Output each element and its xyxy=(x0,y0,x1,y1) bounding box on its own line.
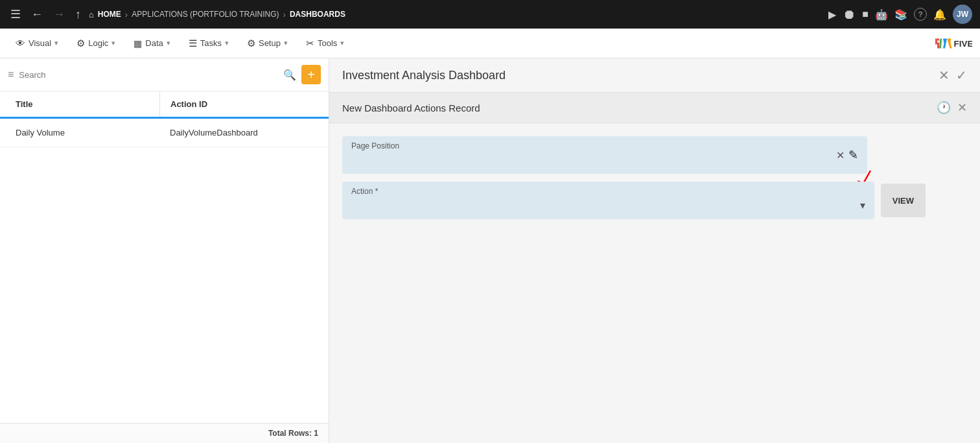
home-icon[interactable]: ⌂ xyxy=(89,10,94,19)
visual-label: Visual xyxy=(29,38,51,48)
action-dropdown-icon[interactable]: ▾ xyxy=(860,199,865,211)
action-label: Action * xyxy=(351,187,378,196)
table-header: Title Action ID xyxy=(0,91,329,119)
cell-action-id: DailyVolumeDashboard xyxy=(159,119,318,147)
action-field: Action * ▾ xyxy=(342,182,874,219)
page-position-label: Page Position xyxy=(351,141,399,150)
second-navigation: 👁 Visual ▾ ⚙ Logic ▾ ▦ Data ▾ ☰ Tasks ▾ … xyxy=(0,29,980,58)
top-nav-right-icons: ▶ ⏺ ■ 🤖 📚 ? 🔔 JW xyxy=(828,5,972,24)
search-icon[interactable]: 🔍 xyxy=(283,69,296,81)
tasks-chevron: ▾ xyxy=(225,39,229,47)
view-button[interactable]: VIEW xyxy=(881,184,926,217)
play-icon[interactable]: ▶ xyxy=(828,8,836,21)
tasks-icon: ☰ xyxy=(189,38,197,49)
breadcrumb-sep-2: › xyxy=(283,10,286,19)
logic-icon: ⚙ xyxy=(76,38,85,49)
main-content: ≡ 🔍 + Title Action ID Daily Volume Daily… xyxy=(0,58,980,443)
table-footer: Total Rows: 1 xyxy=(0,423,329,443)
home-label[interactable]: HOME xyxy=(98,10,121,19)
page-position-input[interactable] xyxy=(351,144,836,166)
close-panel-icon[interactable]: ✕ xyxy=(939,67,950,83)
svg-marker-2 xyxy=(943,38,947,48)
record-icon[interactable]: ⏺ xyxy=(843,7,856,22)
top-navigation: ☰ ← → ↑ ⌂ HOME › APPLICATIONS (PORTFOLIO… xyxy=(0,0,980,29)
user-avatar[interactable]: JW xyxy=(953,5,972,24)
tools-label: Tools xyxy=(318,38,337,48)
left-panel: ≡ 🔍 + Title Action ID Daily Volume Daily… xyxy=(0,58,329,443)
page-position-edit-icon[interactable]: ✎ xyxy=(848,148,858,162)
sub-panel-header-actions: 🕐 ✕ xyxy=(937,101,967,115)
upload-icon[interactable]: ↑ xyxy=(73,5,84,24)
column-action-id: Action ID xyxy=(159,91,318,117)
nav-tasks[interactable]: ☰ Tasks ▾ xyxy=(181,34,237,53)
add-button[interactable]: + xyxy=(301,65,321,84)
stop-icon[interactable]: ■ xyxy=(862,8,869,20)
right-panel: Investment Analysis Dashboard ✕ ✓ New Da… xyxy=(329,58,980,443)
table-row[interactable]: Daily Volume DailyVolumeDashboard xyxy=(0,119,329,147)
nav-visual[interactable]: 👁 Visual ▾ xyxy=(8,34,66,53)
help-icon[interactable]: ? xyxy=(914,8,927,21)
search-input[interactable] xyxy=(19,70,278,80)
tasks-label: Tasks xyxy=(200,38,222,48)
form-area: Page Position ✕ ✎ Action * ▾ xyxy=(329,123,980,232)
data-label: Data xyxy=(145,38,163,48)
logic-label: Logic xyxy=(88,38,108,48)
svg-marker-0 xyxy=(935,38,939,48)
clock-icon[interactable]: 🕐 xyxy=(937,101,951,115)
panel-header: Investment Analysis Dashboard ✕ ✓ xyxy=(329,58,980,93)
close-sub-panel-icon[interactable]: ✕ xyxy=(957,101,967,115)
setup-label: Setup xyxy=(259,38,281,48)
sub-panel-header: New Dashboard Actions Record 🕐 ✕ xyxy=(329,93,980,123)
logic-chevron: ▾ xyxy=(111,39,115,47)
action-input[interactable] xyxy=(351,189,865,211)
table-body: Daily Volume DailyVolumeDashboard xyxy=(0,119,329,423)
search-bar: ≡ 🔍 + xyxy=(0,58,329,91)
setup-icon: ⚙ xyxy=(247,38,255,49)
svg-marker-1 xyxy=(939,38,942,48)
page-position-actions: ✕ ✎ xyxy=(836,148,858,162)
robot-icon[interactable]: 🤖 xyxy=(875,8,888,21)
tools-chevron: ▾ xyxy=(340,39,344,47)
visual-icon: 👁 xyxy=(16,38,25,49)
svg-text:FIVE: FIVE xyxy=(954,38,973,48)
forward-icon[interactable]: → xyxy=(51,5,67,24)
breadcrumb: ⌂ HOME › APPLICATIONS (PORTFOLIO TRAININ… xyxy=(89,10,823,19)
page-position-field: Page Position ✕ ✎ xyxy=(342,136,867,174)
panel-title: Investment Analysis Dashboard xyxy=(342,69,506,82)
svg-marker-3 xyxy=(947,38,951,48)
breadcrumb-app[interactable]: APPLICATIONS (PORTFOLIO TRAINING) xyxy=(132,10,279,19)
back-icon[interactable]: ← xyxy=(29,5,45,24)
breadcrumb-current[interactable]: DASHBOARDS xyxy=(290,10,345,19)
cell-title: Daily Volume xyxy=(10,119,159,147)
sub-panel-title: New Dashboard Actions Record xyxy=(342,102,480,114)
total-rows-label: Total Rows: 1 xyxy=(268,429,318,438)
books-icon[interactable]: 📚 xyxy=(894,8,907,21)
confirm-panel-icon[interactable]: ✓ xyxy=(956,67,967,83)
five-logo: FIVE xyxy=(933,34,972,53)
nav-setup[interactable]: ⚙ Setup ▾ xyxy=(239,34,296,53)
page-position-clear-icon[interactable]: ✕ xyxy=(836,149,845,162)
column-title: Title xyxy=(10,91,159,117)
nav-data[interactable]: ▦ Data ▾ xyxy=(126,34,178,53)
filter-icon: ≡ xyxy=(8,69,14,80)
tools-icon: ✂ xyxy=(306,38,314,49)
nav-tools[interactable]: ✂ Tools ▾ xyxy=(298,34,352,53)
data-chevron: ▾ xyxy=(167,39,170,47)
bell-icon[interactable]: 🔔 xyxy=(933,8,946,21)
data-icon: ▦ xyxy=(134,38,142,49)
panel-header-actions: ✕ ✓ xyxy=(939,67,967,83)
action-row: Action * ▾ VIEW xyxy=(342,182,926,219)
setup-chevron: ▾ xyxy=(284,39,288,47)
visual-chevron: ▾ xyxy=(54,39,58,47)
hamburger-menu-icon[interactable]: ☰ xyxy=(8,5,23,24)
nav-logic[interactable]: ⚙ Logic ▾ xyxy=(69,34,123,53)
breadcrumb-sep-1: › xyxy=(125,10,128,19)
